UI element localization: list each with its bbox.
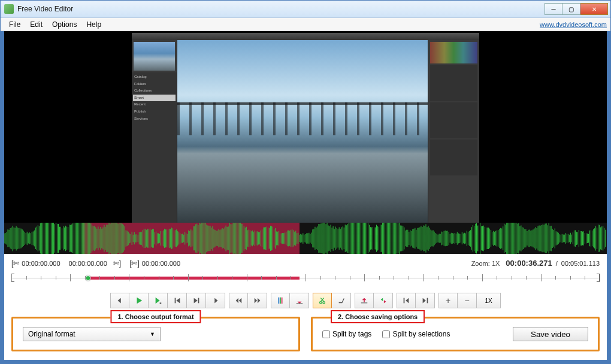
svg-rect-10	[404, 298, 405, 304]
svg-rect-5	[282, 298, 283, 304]
ruler-tick	[526, 276, 527, 280]
svg-point-8	[323, 302, 325, 304]
ruler-tick	[217, 276, 218, 280]
duration-sep: /	[556, 260, 558, 267]
ruler-tick	[335, 276, 335, 280]
zoom-label: Zoom: 1X	[471, 260, 500, 267]
ruler-tick	[541, 274, 542, 281]
format-selected-label: Original format	[28, 330, 75, 338]
preview-image-container	[177, 40, 428, 223]
ruler-tick	[409, 276, 409, 280]
ruler-tick	[114, 276, 115, 280]
save-video-button[interactable]: Save video	[513, 327, 588, 341]
preview-tree: CatalogFoldersCollections Smart RecentPu…	[132, 72, 177, 223]
ruler-tick	[144, 276, 144, 280]
ruler-tick	[26, 276, 27, 280]
pier-overlay	[177, 102, 428, 135]
ruler-tick	[453, 276, 453, 280]
nudge-left-button[interactable]	[397, 293, 416, 308]
trim-button[interactable]	[332, 293, 351, 308]
ruler-tick	[497, 276, 497, 280]
split-by-selections-checkbox[interactable]: Split by selections	[382, 330, 450, 338]
play-button[interactable]	[129, 293, 149, 308]
ruler-tick	[394, 276, 394, 280]
in-timecode[interactable]: 00:00:00.000	[22, 260, 60, 267]
ruler-tick	[423, 274, 424, 281]
ruler-tick	[232, 276, 232, 280]
ruler-tick	[320, 276, 321, 280]
zoom-in-button[interactable]: +	[438, 293, 458, 308]
svg-rect-11	[427, 298, 428, 304]
maximize-button[interactable]: ▢	[562, 3, 580, 15]
audio-waveform[interactable]	[1, 223, 610, 254]
skip-back-button[interactable]	[229, 293, 248, 308]
format-select[interactable]: Original format ▼	[23, 327, 161, 341]
menu-edit[interactable]: Edit	[25, 19, 47, 30]
bottom-options-row: 1. Choose output format Original format …	[11, 313, 600, 355]
ruler-tick	[306, 274, 306, 281]
prev-frame-button[interactable]	[110, 293, 129, 308]
ruler-tick	[85, 276, 86, 280]
zoom-out-button[interactable]: −	[458, 293, 477, 308]
menu-help[interactable]: Help	[81, 19, 106, 30]
timeline-ruler[interactable]	[11, 271, 600, 284]
split-tags-input[interactable]	[322, 330, 330, 338]
set-in-point-button[interactable]	[290, 293, 309, 308]
minimize-button[interactable]: ─	[545, 3, 562, 15]
go-end-button[interactable]	[187, 293, 206, 308]
app-icon	[4, 4, 14, 14]
ruler-tick	[291, 276, 291, 280]
svg-rect-2	[198, 298, 199, 304]
menu-file[interactable]: File	[4, 19, 25, 30]
ruler-tick	[276, 276, 277, 280]
cut-timecode[interactable]: 00:00:00.000	[142, 260, 180, 267]
swap-button[interactable]	[374, 293, 393, 308]
zoom-reset-button[interactable]: 1X	[477, 293, 501, 308]
website-link[interactable]: www.dvdvideosoft.com	[540, 21, 607, 28]
preview-thumbnail	[134, 42, 175, 71]
undo-button[interactable]	[355, 293, 374, 308]
ruler-tick	[482, 274, 483, 281]
menu-options[interactable]: Options	[47, 19, 81, 30]
preview-left-panel: CatalogFoldersCollections Smart RecentPu…	[132, 40, 177, 223]
ruler-tick	[261, 276, 262, 280]
preview-content: CatalogFoldersCollections Smart RecentPu…	[132, 33, 479, 223]
titlebar: Free Video Editor ─ ▢ ✕	[1, 1, 610, 18]
next-frame-button[interactable]	[206, 293, 225, 308]
set-marker-button[interactable]	[271, 293, 290, 308]
scissors-icon: [✄]	[129, 259, 140, 268]
nudge-right-button[interactable]	[416, 293, 435, 308]
svg-rect-1	[174, 298, 176, 304]
ruler-tick	[41, 276, 41, 280]
ruler-tick	[570, 276, 571, 280]
saving-options-box: 2. Choose saving options Split by tags S…	[311, 317, 600, 351]
zoom-value: 1X	[492, 260, 500, 267]
split-sel-label: Split by selections	[392, 330, 450, 338]
ruler-tick	[512, 276, 512, 280]
preview-image	[177, 40, 428, 223]
cut-button[interactable]	[313, 293, 332, 308]
ruler-tick	[188, 274, 189, 281]
close-button[interactable]: ✕	[580, 3, 608, 15]
split-sel-input[interactable]	[382, 330, 390, 338]
out-timecode[interactable]: 00:00:00.000	[69, 260, 107, 267]
play-range-button[interactable]	[149, 293, 168, 308]
ruler-tick	[173, 276, 174, 280]
playhead[interactable]	[85, 275, 90, 281]
bracket-close-icon: ✄]	[113, 259, 121, 268]
ruler-tick	[247, 274, 247, 281]
preview-right-panel	[428, 40, 479, 223]
window-controls: ─ ▢ ✕	[545, 3, 608, 15]
ruler-tick	[70, 274, 71, 281]
duration-timecode: 00:05:01.113	[561, 260, 600, 267]
ruler-tick	[364, 274, 365, 281]
video-preview-area: CatalogFoldersCollections Smart RecentPu…	[1, 31, 610, 223]
ruler-tick	[11, 274, 12, 281]
timecode-row: [✄ 00:00:00.000 00:00:00.000 ✄] [✄] 00:0…	[11, 257, 600, 270]
go-start-button[interactable]	[168, 293, 187, 308]
svg-point-7	[320, 302, 322, 304]
ruler-tick	[129, 274, 129, 281]
svg-rect-6	[296, 303, 303, 304]
skip-fwd-button[interactable]	[248, 293, 267, 308]
split-by-tags-checkbox[interactable]: Split by tags	[322, 330, 371, 338]
